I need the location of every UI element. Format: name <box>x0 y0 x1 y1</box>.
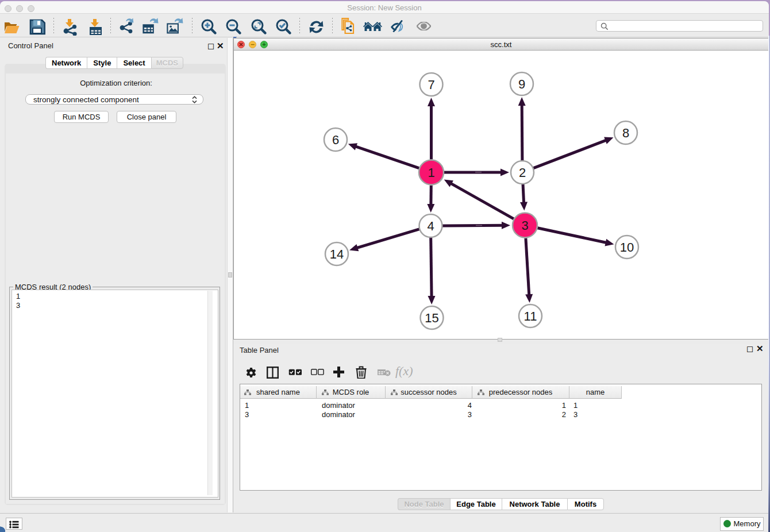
svg-text:3: 3 <box>521 218 528 233</box>
svg-text:14: 14 <box>330 247 344 261</box>
svg-text:4: 4 <box>427 219 434 233</box>
svg-text:11: 11 <box>524 309 537 323</box>
svg-text:8: 8 <box>622 126 629 140</box>
svg-text:7: 7 <box>428 78 434 92</box>
svg-text:15: 15 <box>425 311 438 325</box>
svg-text:2: 2 <box>519 165 526 180</box>
svg-text:1: 1 <box>428 165 434 180</box>
svg-text:6: 6 <box>332 133 339 147</box>
svg-text:10: 10 <box>620 240 634 255</box>
svg-text:9: 9 <box>518 77 525 91</box>
